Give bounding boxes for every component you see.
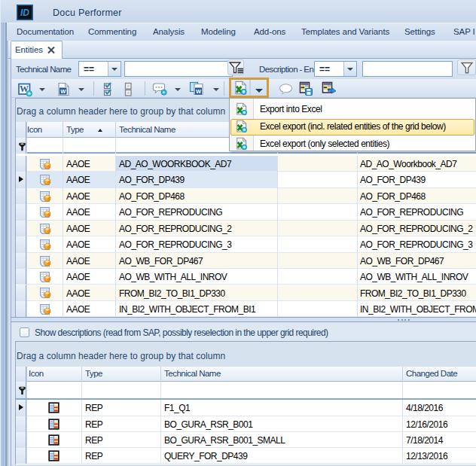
svg-text:W: W: [196, 88, 202, 95]
svg-text:ID: ID: [20, 8, 29, 18]
svg-text:W: W: [60, 88, 66, 95]
